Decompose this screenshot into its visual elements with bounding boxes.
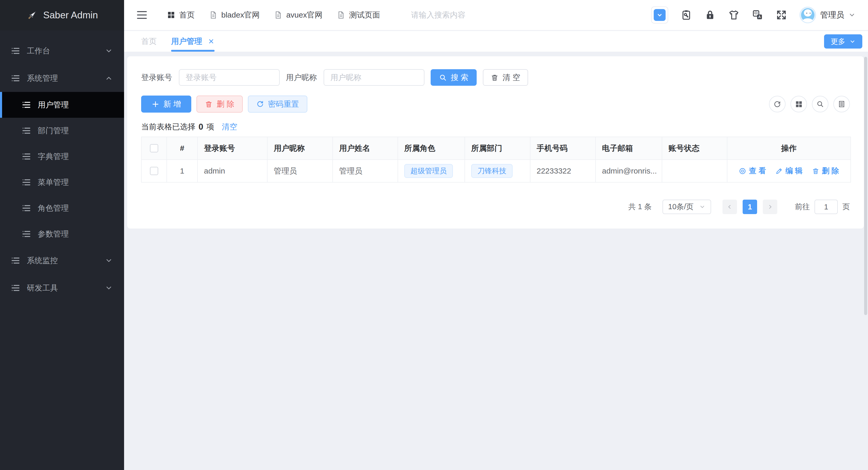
clear-button-label: 清 空 [502, 72, 520, 83]
page-size-select[interactable]: 10条/页 [662, 200, 711, 214]
table-row: 1 admin 管理员 管理员 超级管理员 刀锋科技 22233322 admi… [142, 160, 851, 182]
row-checkbox[interactable] [150, 167, 158, 175]
tab-label: 用户管理 [171, 36, 202, 47]
sidebar-collapse-button[interactable] [137, 11, 147, 19]
sidebar-item-user-mgmt[interactable]: 用户管理 [0, 92, 124, 118]
table-toolbar [769, 96, 850, 112]
delete-link-label: 删 除 [822, 166, 839, 176]
tabs-more-button[interactable]: 更多 [824, 34, 862, 48]
edit-link[interactable]: 编 辑 [775, 166, 802, 176]
nickname-field-label: 用户昵称 [286, 72, 317, 83]
delete-button[interactable]: 删 除 [196, 96, 243, 112]
add-button[interactable]: 新 增 [141, 96, 191, 112]
chevron-down-icon [848, 11, 856, 19]
topbar: 首页 bladex官网 avuex官网 测试页面 请输入搜索内容 中A [124, 0, 868, 31]
app-title: Saber Admin [43, 10, 98, 21]
column-header-email: 电子邮箱 [595, 137, 662, 160]
theme-icon[interactable] [728, 9, 740, 21]
trash-icon [491, 74, 499, 81]
selection-suffix: 项 [206, 122, 214, 132]
document-icon [209, 11, 217, 19]
sidebar-item-dev-tools[interactable]: 研发工具 [0, 274, 124, 302]
dept-tag: 刀锋科技 [471, 164, 513, 178]
refresh-table-button[interactable] [769, 96, 785, 112]
top-nav-bladex[interactable]: bladex官网 [209, 10, 259, 21]
top-menu-toggle-button[interactable] [651, 6, 668, 24]
tab-user-mgmt[interactable]: 用户管理 [171, 31, 215, 52]
cell-realname: 管理员 [333, 160, 398, 182]
selection-clear-link[interactable]: 清空 [222, 122, 237, 132]
sidebar-item-label: 用户管理 [38, 100, 69, 110]
column-header-dept: 所属部门 [465, 137, 530, 160]
role-tag: 超级管理员 [404, 164, 453, 178]
sidebar-item-label: 研发工具 [27, 283, 58, 293]
top-nav-avuex[interactable]: avuex官网 [274, 10, 322, 21]
edit-link-label: 编 辑 [785, 166, 802, 176]
page-number-button[interactable]: 1 [743, 200, 757, 214]
work-order-icon[interactable] [681, 9, 692, 21]
sidebar-item-workbench[interactable]: 工作台 [0, 37, 124, 65]
sidebar-item-dict-mgmt[interactable]: 字典管理 [0, 143, 124, 169]
nickname-input[interactable] [323, 69, 425, 86]
avatar [800, 7, 816, 23]
close-icon[interactable] [208, 38, 215, 45]
search-icon [439, 74, 447, 81]
account-input[interactable] [179, 69, 280, 86]
top-nav-label: 测试页面 [349, 10, 380, 21]
list-icon [22, 100, 31, 109]
top-nav-home[interactable]: 首页 [167, 10, 195, 21]
column-header-role: 所属角色 [398, 137, 465, 160]
topbar-actions: 中A 管理员 [651, 6, 868, 24]
global-search-input[interactable]: 请输入搜索内容 [411, 10, 494, 21]
chevron-down-icon [654, 9, 665, 21]
column-header-ops: 操作 [727, 137, 851, 160]
selection-prefix: 当前表格已选择 [141, 122, 195, 132]
sidebar-item-dept-mgmt[interactable]: 部门管理 [0, 118, 124, 143]
sidebar-item-system-mgmt[interactable]: 系统管理 [0, 65, 124, 92]
reset-password-button[interactable]: 密码重置 [248, 96, 307, 112]
delete-link[interactable]: 删 除 [812, 166, 839, 176]
view-link[interactable]: 查 看 [739, 166, 766, 176]
goto-page-input[interactable] [814, 200, 838, 214]
view-icon [739, 167, 746, 175]
language-icon[interactable]: 中A [752, 9, 763, 21]
list-icon [11, 46, 20, 56]
table-actions: 新 增 删 除 密码重置 [141, 96, 850, 112]
trash-icon [812, 167, 819, 175]
list-icon [22, 126, 31, 135]
pagination: 共 1 条 10条/页 1 前往 页 [141, 200, 850, 214]
user-menu[interactable]: 管理员 [800, 7, 856, 23]
cell-account: admin [197, 160, 267, 182]
tab-home[interactable]: 首页 [141, 31, 157, 52]
scrollbar-thumb[interactable] [864, 57, 867, 315]
sidebar-item-role-mgmt[interactable]: 角色管理 [0, 195, 124, 221]
column-header-nickname: 用户昵称 [267, 137, 333, 160]
lock-icon[interactable] [704, 9, 716, 21]
search-button[interactable]: 搜 索 [431, 69, 477, 86]
grid-icon [167, 11, 175, 19]
sidebar-item-param-mgmt[interactable]: 参数管理 [0, 221, 124, 247]
top-nav-label: 首页 [179, 10, 195, 21]
select-all-checkbox[interactable] [150, 144, 158, 153]
sidebar-item-menu-mgmt[interactable]: 菜单管理 [0, 169, 124, 195]
selection-count: 0 [198, 122, 203, 132]
list-icon [22, 178, 31, 187]
print-list-button[interactable] [833, 96, 850, 112]
fullscreen-icon[interactable] [776, 9, 787, 21]
plus-icon [152, 100, 159, 108]
column-settings-button[interactable] [790, 96, 807, 112]
prev-page-button[interactable] [722, 200, 737, 214]
chevron-left-icon [726, 204, 733, 210]
next-page-button[interactable] [763, 200, 777, 214]
top-nav-test-page[interactable]: 测试页面 [337, 10, 380, 21]
list-document-icon [838, 100, 845, 108]
cell-index: 1 [167, 160, 197, 182]
trash-icon [205, 100, 213, 108]
sidebar-item-system-monitor[interactable]: 系统监控 [0, 247, 124, 274]
column-header-realname: 用户姓名 [333, 137, 398, 160]
clear-button[interactable]: 清 空 [483, 69, 528, 86]
list-icon [22, 203, 31, 213]
refresh-icon [256, 100, 264, 108]
toggle-search-button[interactable] [812, 96, 829, 112]
cell-status [662, 160, 727, 182]
